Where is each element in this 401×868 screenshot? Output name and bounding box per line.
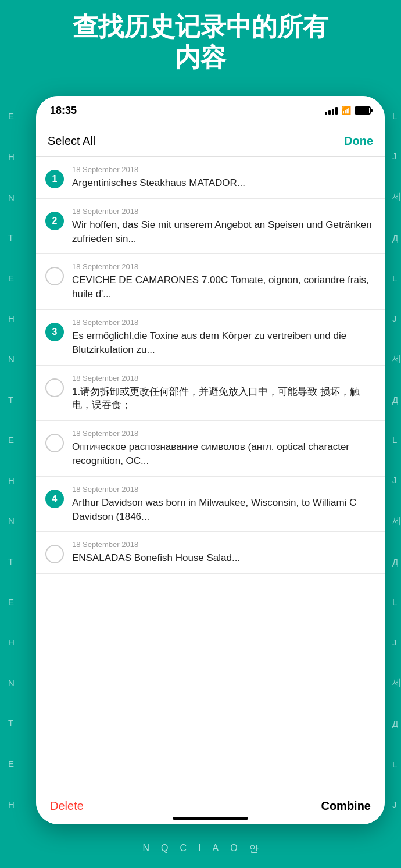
home-indicator [173,817,248,820]
item-text: Arthur Davidson was born in Milwaukee, W… [72,496,375,524]
side-letters-right: LJ세Д LJ세Д LJ세Д LJ세Д LJ [392,96,401,824]
item-text: ENSALADAS Bonefish House Salad... [72,551,375,565]
item-text: Argentinisches Steakhaus MATADOR... [72,176,375,190]
item-content-4: 18 September 2018 Es ermöglichl,die Toxi… [72,318,375,357]
item-checkbox-3[interactable] [45,267,64,285]
item-checkbox-1[interactable]: 1 [45,170,64,188]
item-date: 18 September 2018 [72,485,375,494]
status-bar: 18:35 📶 [36,96,385,125]
item-content-5: 18 September 2018 1.请勿拆卸或更改任何部件，并避免放入口中，… [72,374,375,413]
item-content-3: 18 September 2018 CEVICHE DE CAMARONES 7… [72,262,375,301]
list-item: 3 18 September 2018 Es ermöglichl,die To… [36,310,385,366]
list-item: 18 September 2018 1.请勿拆卸或更改任何部件，并避免放入口中，… [36,366,385,422]
item-date: 18 September 2018 [72,540,375,549]
list-item: 4 18 September 2018 Arthur Davidson was … [36,477,385,533]
item-checkbox-2[interactable]: 2 [45,212,64,230]
side-letters-left: EHNT EHNT EHNT EHNT EH [8,96,15,824]
select-all-button[interactable]: Select All [48,134,95,148]
main-title: 查找历史记录中的所有 内容 [0,12,401,73]
item-date: 18 September 2018 [72,262,375,271]
battery-icon [355,106,371,115]
item-checkbox-6[interactable] [45,434,64,452]
delete-button[interactable]: Delete [50,799,84,813]
item-content-6: 18 September 2018 Оптическое распознаван… [72,429,375,468]
bottom-letters: NQCIAO안 [0,843,401,855]
phone-frame: 18:35 📶 Select All Done 1 18 September 2… [36,96,385,824]
item-content-1: 18 September 2018 Argentinisches Steakha… [72,165,375,190]
item-content-2: 18 September 2018 Wir hoffen, das Sie mi… [72,207,375,246]
item-date: 18 September 2018 [72,374,375,383]
item-checkbox-7[interactable]: 4 [45,490,64,508]
list-item: 1 18 September 2018 Argentinisches Steak… [36,157,385,199]
item-text: Оптическое распознавание символов (англ.… [72,440,375,468]
item-checkbox-4[interactable]: 3 [45,323,64,341]
item-checkbox-8[interactable] [45,545,64,563]
item-content-8: 18 September 2018 ENSALADAS Bonefish Hou… [72,540,375,565]
item-date: 18 September 2018 [72,429,375,438]
list-item: 18 September 2018 Оптическое распознаван… [36,421,385,477]
item-content-7: 18 September 2018 Arthur Davidson was bo… [72,485,375,524]
status-icons: 📶 [325,106,371,115]
status-time: 18:35 [50,105,77,117]
item-date: 18 September 2018 [72,165,375,174]
item-text: Wir hoffen, das Sie mit unserem Angebot … [72,218,375,246]
item-date: 18 September 2018 [72,207,375,216]
list-item: 2 18 September 2018 Wir hoffen, das Sie … [36,199,385,255]
item-text: 1.请勿拆卸或更改任何部件，并避免放入口中，可能导致 损坏，触电，误吞食； [72,385,375,413]
header-bar: Select All Done [36,125,385,157]
list-container: 1 18 September 2018 Argentinisches Steak… [36,157,385,787]
item-date: 18 September 2018 [72,318,375,327]
combine-button[interactable]: Combine [321,799,371,813]
signal-icon [325,106,338,115]
item-text: CEVICHE DE CAMARONES 7.00C Tomate, oigno… [72,273,375,301]
list-item: 18 September 2018 CEVICHE DE CAMARONES 7… [36,254,385,310]
wifi-icon: 📶 [341,106,351,115]
list-item: 18 September 2018 ENSALADAS Bonefish Hou… [36,532,385,574]
item-checkbox-5[interactable] [45,378,64,397]
done-button[interactable]: Done [344,134,373,148]
item-text: Es ermöglichl,die Toxine aus dem Körper … [72,329,375,357]
